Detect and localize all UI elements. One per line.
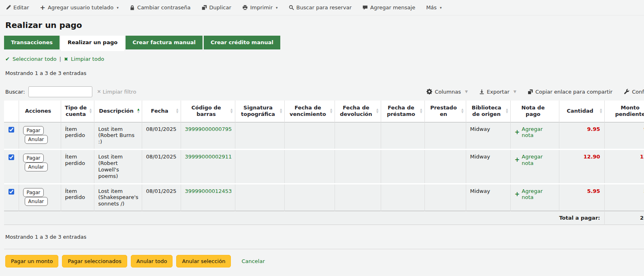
sort-icon: ▲▼: [376, 108, 378, 114]
tab-transacciones[interactable]: Transacciones: [4, 36, 60, 49]
search-to-hold-button[interactable]: Buscar para reservar: [289, 4, 352, 11]
change-password-button[interactable]: Cambiar contraseña: [130, 4, 191, 11]
clear-filter-link[interactable]: ✕ Limpiar filtro: [97, 89, 136, 95]
chevron-down-icon: ▾: [276, 6, 278, 10]
gear-icon: [426, 89, 432, 94]
checkout-date-cell: [381, 184, 424, 211]
configure-button[interactable]: Conf: [624, 89, 644, 95]
row-checkbox[interactable]: [9, 154, 14, 160]
table-row: PagarAnular Ítem perdido Lost item (Shak…: [4, 184, 644, 211]
return-date-cell: [335, 150, 381, 184]
void-all-button[interactable]: Anular todo: [131, 255, 173, 267]
add-guarantee-button[interactable]: + Agregar usuario tutelado ▾: [40, 4, 119, 11]
tab-crear-factura-manual[interactable]: Crear factura manual: [126, 36, 203, 49]
void-button[interactable]: Anular: [25, 197, 48, 206]
date-cell: 08/01/2025: [142, 122, 181, 150]
tab-crear-credito-manual[interactable]: Crear crédito manual: [204, 36, 280, 49]
add-message-button[interactable]: Agregar mensaje: [363, 4, 415, 11]
sort-icon: ▲▼: [461, 108, 463, 114]
more-button[interactable]: Más ▾: [426, 4, 442, 11]
account-type-cell: Ítem perdido: [61, 150, 94, 184]
checked-out-at-cell: [424, 184, 466, 211]
amount-cell: 5.95: [559, 184, 604, 211]
void-selected-button[interactable]: Anular selección: [176, 255, 231, 267]
sort-icon: ▲▼: [280, 108, 282, 114]
x-icon: ✖: [64, 56, 68, 62]
header-nota-de-pago: Nota de pago: [510, 101, 559, 122]
table-header-row: Acciones Tipo de cuenta▲▼ Descripción▲▼ …: [4, 101, 644, 122]
printer-icon: [242, 5, 248, 10]
date-cell: 08/01/2025: [142, 150, 181, 184]
header-fecha-de-devolucion[interactable]: Fecha de devolución▲▼: [335, 101, 381, 122]
barcode-link[interactable]: 39999000012453: [185, 188, 232, 194]
add-note-link[interactable]: +Agregar nota: [515, 154, 555, 167]
configure-label: Conf: [632, 89, 644, 95]
chevron-down-icon: ▾: [117, 6, 119, 10]
header-fecha[interactable]: Fecha▲▼: [142, 101, 181, 122]
pay-button[interactable]: Pagar: [23, 126, 44, 135]
pay-button[interactable]: Pagar: [23, 188, 44, 197]
barcode-link[interactable]: 39999000000795: [185, 126, 232, 132]
header-fecha-de-vencimiento[interactable]: Fecha de vencimiento▲▼: [284, 101, 335, 122]
clear-all-link[interactable]: Limpiar todo: [71, 56, 104, 62]
header-codigo-de-barras[interactable]: Código de barras▲▼: [181, 101, 235, 122]
sort-icon: ▲▼: [330, 108, 332, 114]
columns-button[interactable]: Columnas ▼: [426, 89, 467, 95]
checkout-date-cell: [381, 150, 424, 184]
header-descripcion[interactable]: Descripción▲▼: [94, 101, 142, 122]
header-tipo-de-cuenta[interactable]: Tipo de cuenta▲▼: [61, 101, 94, 122]
copy-icon: [528, 89, 533, 94]
total-label: Total a pagar:: [4, 211, 604, 225]
description-cell: Lost item (Robert Burns :): [94, 122, 142, 150]
header-biblioteca-de-origen[interactable]: Biblioteca de origen▲▼: [466, 101, 510, 122]
sort-asc-icon: ▲▼: [137, 108, 139, 114]
table-search-input[interactable]: [28, 86, 92, 97]
add-guarantee-label: Agregar usuario tutelado: [48, 4, 113, 11]
select-all-link[interactable]: Seleccionar todo: [13, 56, 57, 62]
row-checkbox[interactable]: [9, 189, 14, 195]
print-button[interactable]: Imprimir ▾: [242, 4, 278, 11]
return-date-cell: [335, 184, 381, 211]
header-prestado-en[interactable]: Prestado en▲▼: [424, 101, 466, 122]
pay-amount-button[interactable]: Pagar un monto: [5, 255, 58, 267]
chevron-down-icon: ▼: [514, 90, 516, 94]
table-row: PagarAnular Ítem perdido Lost item (Robe…: [4, 150, 644, 184]
void-button[interactable]: Anular: [25, 163, 48, 171]
amount-cell: 12.90: [559, 150, 604, 184]
edit-label: Editar: [13, 4, 29, 11]
checked-out-at-cell: [424, 122, 466, 150]
tab-realizar-un-pago[interactable]: Realizar un pago: [61, 36, 124, 51]
pay-selected-button[interactable]: Pagar seleccionados: [62, 255, 127, 267]
header-fecha-de-prestamo[interactable]: Fecha de préstamo▲▼: [381, 101, 424, 122]
table-controls-row: Buscar: ✕ Limpiar filtro Columnas ▼ Expo…: [0, 76, 644, 97]
checkout-date-cell: [381, 122, 424, 150]
search-label: Buscar:: [5, 89, 25, 95]
call-number-cell: [235, 122, 284, 150]
page-title: Realizar un pago: [0, 15, 644, 34]
row-checkbox[interactable]: [9, 127, 14, 133]
pay-fines-table-wrapper: Acciones Tipo de cuenta▲▼ Descripción▲▼ …: [0, 101, 644, 225]
header-cantidad[interactable]: Cantidad▲▼: [559, 101, 604, 122]
header-monto-pendiente[interactable]: Monto pendiente▲▼: [604, 101, 644, 122]
void-button[interactable]: Anular: [25, 135, 48, 144]
duplicate-button[interactable]: Duplicar: [202, 4, 231, 11]
export-button[interactable]: Exportar ▼: [479, 89, 516, 95]
call-number-cell: [235, 150, 284, 184]
header-signatura-topografica[interactable]: Signatura topográfica▲▼: [235, 101, 284, 122]
barcode-link[interactable]: 39999000002911: [185, 154, 232, 160]
copy-share-link-button[interactable]: Copiar enlace para compartir: [528, 89, 612, 95]
call-number-cell: [235, 184, 284, 211]
amount-cell: 9.95: [559, 122, 604, 150]
table-footer-row: Total a pagar: 28.80: [4, 211, 644, 225]
total-value: 28.80: [604, 211, 644, 225]
sort-icon: ▲▼: [600, 108, 602, 114]
cancel-link[interactable]: Cancelar: [241, 258, 264, 264]
pay-fines-table: Acciones Tipo de cuenta▲▼ Descripción▲▼ …: [4, 101, 644, 225]
pay-button[interactable]: Pagar: [23, 154, 44, 163]
comment-icon: [363, 5, 368, 10]
edit-button[interactable]: Editar: [6, 4, 29, 11]
add-note-link[interactable]: +Agregar nota: [515, 126, 555, 139]
add-note-link[interactable]: +Agregar nota: [515, 188, 555, 201]
selection-links: ✔ Seleccionar todo | ✖ Limpiar todo: [0, 51, 644, 62]
due-date-cell: [284, 150, 335, 184]
